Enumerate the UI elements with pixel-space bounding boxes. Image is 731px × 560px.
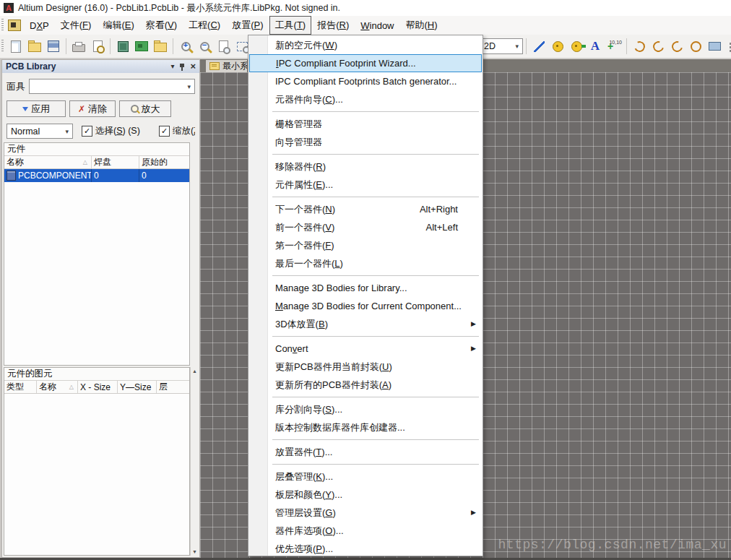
fill-tool-icon[interactable] (706, 38, 723, 55)
menu-item-new-blank-component[interactable]: 新的空元件(W) (248, 36, 483, 54)
document-tab[interactable]: 最小系 (206, 60, 247, 72)
menu-item-wizard-manager[interactable]: 向导管理器 (248, 133, 483, 151)
panel-checkboxes: ✓选择(S) (S)✓缩放(Z (73, 125, 195, 137)
menu-item-library-split-wizard[interactable]: 库分割向导(S)... (248, 400, 483, 418)
menubar-item-reports[interactable]: 报告(R) (311, 16, 355, 35)
menubar-item-project[interactable]: 工程(C) (183, 16, 226, 35)
line-tool-icon[interactable] (530, 38, 548, 55)
menu-item-layer-stack-manager[interactable]: 层叠管理(K)... (248, 468, 483, 486)
menu-item-manage-layer-sets[interactable]: 管理层设置(G)▶ (248, 504, 483, 522)
menu-item-vcs-database-library-creator[interactable]: 版本控制数据库器件库创建器... (248, 418, 483, 436)
column-header[interactable]: 类型 (4, 381, 37, 393)
pin-icon[interactable] (179, 63, 185, 71)
zoom-out-icon[interactable]: − (196, 38, 213, 55)
menu-item-first-component[interactable]: 第一个器件(F) (248, 236, 483, 254)
menubar-item-file[interactable]: 文件(F) (55, 16, 98, 35)
toolbar-right-group: 2D ▾ A+10,10 (480, 38, 731, 55)
primitives-scrollbar[interactable]: ▲ ▼ (190, 367, 199, 556)
menu-item-last-component[interactable]: 最后一个器件(L) (248, 254, 483, 272)
menubar-item-edit[interactable]: 编辑(E) (97, 16, 139, 35)
column-header[interactable]: 名称△ (37, 381, 78, 393)
menu-item-remove-component[interactable]: 移除器件(R) (248, 158, 483, 176)
new-document-icon[interactable] (7, 38, 25, 55)
menubar-item-dxp[interactable]: DXP (24, 17, 55, 34)
menu-item-board-layers-and-colors[interactable]: 板层和颜色(Y)... (248, 486, 483, 504)
clear-button[interactable]: ✗清除 (69, 100, 116, 117)
menu-item-ipc-footprints-batch-generator[interactable]: IPC Compliant Footprints Batch generator… (248, 72, 483, 90)
menu-item-update-pcb-current-footprint[interactable]: 更新PCB器件用当前封装(U) (248, 358, 483, 376)
via-tool-icon[interactable] (568, 38, 585, 55)
select-checkbox[interactable]: ✓选择(S) (S) (82, 125, 140, 137)
zoom-icon (131, 105, 139, 113)
panel-header: PCB Library ▾ × (2, 60, 199, 73)
menu-separator (248, 108, 483, 115)
menu-item-ipc-compliant-footprint-wizard[interactable]: IPC Compliant Footprint Wizard... (249, 54, 482, 72)
menu-item-label: 器件库选项(O)... (275, 525, 344, 536)
column-header[interactable]: 原始的 (139, 156, 189, 168)
menu-item-update-all-pcb-footprints[interactable]: 更新所有的PCB器件封装(A) (248, 376, 483, 394)
toolbar-drag-handle[interactable] (1, 40, 4, 53)
print-icon[interactable] (70, 38, 87, 55)
open-document-icon[interactable] (26, 38, 43, 55)
column-header[interactable]: 层 (157, 381, 189, 393)
magnify-button[interactable]: 放大 (119, 100, 171, 117)
column-header[interactable]: Y—Size (118, 381, 157, 393)
coordinate-tool-icon[interactable]: +10,10 (605, 38, 623, 55)
menubar-item-help[interactable]: 帮助(H) (400, 16, 444, 35)
mask-input[interactable]: ▾ (29, 79, 195, 94)
view-mode-value: 2D (484, 41, 496, 51)
menu-item-label: Manage 3D Bodies for Current Component..… (275, 301, 462, 311)
full-circle-tool-icon[interactable] (687, 38, 704, 55)
zoom-in-icon[interactable]: + (177, 38, 194, 55)
arc-angle-tool-icon[interactable] (668, 38, 685, 55)
arc-edge-tool-icon[interactable] (649, 38, 667, 55)
browse-components-icon[interactable] (114, 38, 131, 55)
view-mode-select[interactable]: 2D ▾ (480, 38, 523, 54)
menu-item-next-component[interactable]: 下一个器件(N)Alt+Right (248, 200, 483, 218)
menu-item-3d-body-placement[interactable]: 3D体放置(B)▶ (248, 315, 483, 333)
menu-item-preferences[interactable]: 优先选项(P)... (248, 540, 483, 558)
menu-separator (248, 436, 483, 443)
menu-item-grid-manager[interactable]: 栅格管理器 (248, 115, 483, 133)
zoom-document-icon[interactable] (215, 38, 232, 55)
menu-item-place-component[interactable]: 放置器件(T)... (248, 443, 483, 461)
menubar-item-tools[interactable]: 工具(T) (269, 16, 312, 35)
menu-item-library-options[interactable]: 器件库选项(O)... (248, 522, 483, 540)
menubar-item-window[interactable]: Window (355, 17, 399, 34)
view-filter-select[interactable]: Normal ▾ (7, 124, 73, 139)
menubar-item-place[interactable]: 放置(P) (226, 16, 269, 35)
pcb-board-icon[interactable] (133, 38, 150, 55)
menubar-item-view[interactable]: 察看(V) (140, 16, 183, 35)
column-header[interactable]: X - Size (78, 381, 118, 393)
scroll-down-icon[interactable]: ▼ (191, 549, 199, 554)
arc-center-tool-icon[interactable] (631, 38, 648, 55)
dxp-icon[interactable] (8, 20, 21, 31)
menu-item-shortcut: Alt+Left (426, 218, 458, 236)
menu-item-manage-3d-bodies-current[interactable]: Manage 3D Bodies for Current Component..… (248, 297, 483, 315)
string-tool-icon[interactable]: A (587, 38, 604, 55)
close-icon[interactable]: × (190, 63, 196, 70)
print-preview-icon[interactable] (89, 38, 106, 55)
menu-item-label: 3D体放置(B) (275, 319, 328, 329)
menu-item-prev-component[interactable]: 前一个器件(V)Alt+Left (248, 218, 483, 236)
menu-item-component-properties[interactable]: 元件属性(E)... (248, 176, 483, 194)
zoom-checkbox[interactable]: ✓缩放(Z (159, 125, 195, 137)
submenu-arrow-icon: ▶ (471, 504, 476, 522)
component-row[interactable]: PCBCOMPONENT100 (4, 169, 189, 182)
scroll-up-icon[interactable]: ▲ (191, 369, 199, 374)
menu-item-manage-3d-bodies-library[interactable]: Manage 3D Bodies for Library... (248, 279, 483, 297)
column-header[interactable]: 名称△ (4, 156, 92, 168)
filter-icon (22, 107, 28, 111)
column-header[interactable]: 焊盘 (92, 156, 139, 168)
menu-item-convert[interactable]: Convert▶ (248, 340, 483, 358)
menubar-drag-handle[interactable] (1, 19, 4, 32)
select-checkbox-label: 选择(S) (S) (95, 125, 140, 137)
footprint-folder-icon[interactable] (152, 38, 169, 55)
save-document-icon[interactable] (45, 38, 62, 55)
apply-button[interactable]: 应用 (7, 100, 66, 117)
checkbox-icon: ✓ (159, 126, 170, 137)
paste-array-tool-icon[interactable] (724, 38, 731, 55)
pad-tool-icon[interactable] (549, 38, 566, 55)
panel-menu-icon[interactable]: ▾ (170, 63, 174, 70)
menu-item-component-wizard[interactable]: 元器件向导(C)... (248, 90, 483, 108)
